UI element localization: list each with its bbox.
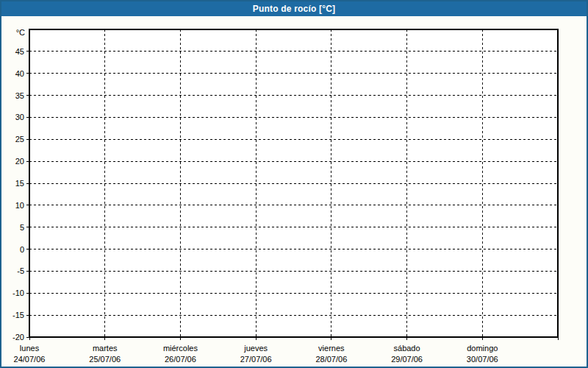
y-tick-label: -15 — [12, 311, 24, 319]
y-tick-label: 20 — [15, 157, 24, 166]
y-tick-label: 15 — [15, 179, 24, 188]
y-tick-label: -20 — [12, 333, 24, 342]
x-day-label: viernes — [318, 344, 345, 353]
y-tick-label: 5 — [20, 223, 24, 232]
x-day-label: domingo — [467, 344, 498, 353]
y-tick-label: -10 — [12, 289, 24, 297]
x-date-label: 30/07/06 — [467, 355, 498, 364]
y-tick-label: 35 — [15, 91, 24, 100]
x-date-label: 28/07/06 — [315, 355, 347, 364]
y-tick-label: 10 — [15, 201, 24, 210]
y-tick-label: -5 — [17, 266, 24, 275]
y-tick-label: 40 — [15, 69, 24, 78]
x-date-label: 25/07/06 — [89, 355, 121, 364]
x-date-label: 26/07/06 — [165, 355, 196, 364]
y-tick-label: 30 — [15, 113, 24, 121]
x-date-label: 27/07/06 — [240, 355, 272, 364]
y-tick-label: 25 — [15, 135, 24, 144]
x-day-label: martes — [93, 344, 118, 353]
x-date-label: 24/07/06 — [14, 355, 46, 364]
x-date-label: 29/07/06 — [391, 355, 423, 364]
y-axis-unit-label: °C — [16, 28, 25, 37]
x-day-label: miércoles — [163, 344, 198, 353]
dewpoint-chart: 454035302520151050-5-10-15-20°Clunes24/0… — [1, 1, 587, 367]
x-day-label: sábado — [394, 344, 420, 353]
x-day-label: jueves — [243, 344, 268, 353]
x-day-label: lunes — [20, 344, 40, 353]
plot-area — [29, 29, 558, 337]
chart-window: Punto de rocío [°C] 454035302520151050-5… — [0, 0, 588, 368]
y-tick-label: 45 — [15, 47, 24, 56]
y-tick-label: 0 — [20, 245, 24, 254]
